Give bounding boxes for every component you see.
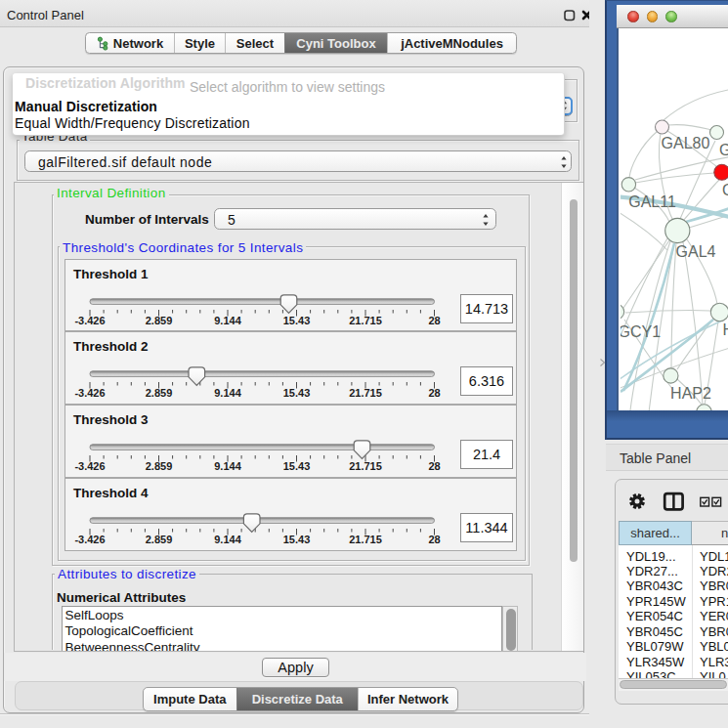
svg-text:9.144: 9.144 (214, 460, 241, 472)
svg-text:C: C (722, 182, 728, 198)
svg-text:2.859: 2.859 (146, 387, 173, 399)
svg-text:28: 28 (428, 315, 440, 326)
svg-text:2.859: 2.859 (146, 460, 173, 472)
svg-text:9.144: 9.144 (214, 387, 241, 399)
svg-text:21.715: 21.715 (349, 533, 382, 544)
svg-text:28: 28 (428, 387, 440, 399)
svg-text:-3.426: -3.426 (74, 460, 105, 472)
svg-text:-3.426: -3.426 (74, 387, 105, 399)
svg-text:H: H (723, 321, 728, 338)
svg-text:15.43: 15.43 (283, 460, 311, 472)
svg-text:15.43: 15.43 (283, 533, 311, 544)
svg-text:-3.426: -3.426 (74, 315, 105, 326)
svg-text:15.43: 15.43 (283, 387, 311, 399)
svg-text:15.43: 15.43 (283, 315, 311, 326)
svg-text:21.715: 21.715 (349, 460, 382, 472)
svg-text:9.144: 9.144 (214, 315, 241, 326)
svg-text:9.144: 9.144 (214, 533, 241, 544)
svg-text:-3.426: -3.426 (74, 533, 105, 544)
svg-text:GAL80: GAL80 (662, 135, 710, 151)
svg-text:2.859: 2.859 (146, 315, 173, 326)
svg-text:28: 28 (428, 460, 440, 472)
svg-text:21.715: 21.715 (349, 387, 382, 399)
svg-text:2.859: 2.859 (146, 533, 173, 544)
svg-text:HAP2: HAP2 (670, 385, 711, 402)
svg-text:28: 28 (428, 533, 440, 544)
svg-text:GAL4: GAL4 (676, 243, 716, 260)
svg-text:21.715: 21.715 (349, 315, 382, 326)
svg-text:GAL11: GAL11 (628, 193, 676, 210)
svg-text:GA: GA (719, 142, 728, 158)
svg-text:GCY1: GCY1 (621, 323, 661, 340)
